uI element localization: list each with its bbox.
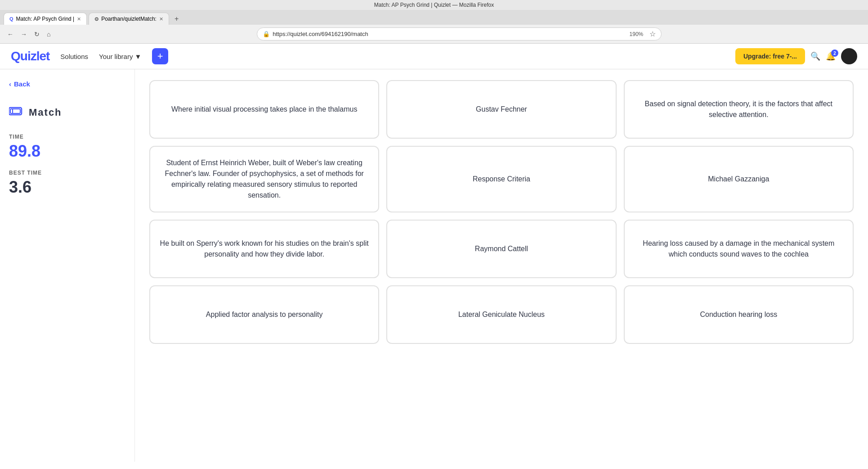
card-item[interactable]: Conduction hearing loss — [624, 285, 854, 344]
address-bar: ← → ↻ ⌂ 🔒 https://quizlet.com/694162190/… — [0, 25, 868, 43]
card-item[interactable]: Where initial visual processing takes pl… — [149, 80, 379, 139]
tab-favicon-github: ⊙ — [94, 16, 98, 22]
your-library-label: Your library — [99, 53, 133, 60]
back-label: Back — [14, 80, 30, 88]
tab-close-github[interactable]: ✕ — [159, 16, 163, 22]
notifications-button[interactable]: 🔔 2 — [826, 51, 836, 61]
upgrade-button[interactable]: Upgrade: free 7-... — [735, 48, 805, 64]
main-container: ‹ Back Match TIME 89.8 BEST TIME 3.6 Whe… — [0, 69, 868, 462]
match-title: Match — [29, 107, 62, 118]
card-item[interactable]: Hearing loss caused by a damage in the m… — [624, 220, 854, 278]
cards-area: Where initial visual processing takes pl… — [135, 69, 868, 462]
quizlet-logo[interactable]: Quizlet — [11, 49, 49, 63]
tab-bar: Q Match: AP Psych Grind | ✕ ⊙ Poarthan/q… — [0, 10, 868, 25]
tab-label-quizlet: Match: AP Psych Grind | — [16, 16, 75, 22]
app-header: Quizlet Solutions Your library ▼ + Upgra… — [0, 44, 868, 69]
header-right: Upgrade: free 7-... 🔍 🔔 2 — [735, 48, 857, 64]
nav-your-library[interactable]: Your library ▼ — [99, 53, 141, 60]
card-item[interactable]: Student of Ernst Heinrich Weber, built o… — [149, 146, 379, 212]
card-item[interactable]: Gustav Fechner — [386, 80, 616, 139]
tab-quizlet[interactable]: Q Match: AP Psych Grind | ✕ — [4, 13, 87, 25]
url-text: https://quizlet.com/694162190/match — [273, 31, 368, 37]
chevron-down-icon: ▼ — [134, 53, 141, 60]
time-value: 89.8 — [9, 142, 125, 161]
card-item[interactable]: He built on Sperry's work known for his … — [149, 220, 379, 278]
browser-chrome: Match: AP Psych Grind | Quizlet — Mozill… — [0, 0, 868, 44]
avatar[interactable] — [841, 48, 857, 64]
tab-close-quizlet[interactable]: ✕ — [77, 16, 81, 22]
best-time-value: 3.6 — [9, 178, 125, 197]
title-bar: Match: AP Psych Grind | Quizlet — Mozill… — [0, 0, 868, 10]
card-item[interactable]: Michael Gazzaniga — [624, 146, 854, 212]
window-title: Match: AP Psych Grind | Quizlet — Mozill… — [374, 2, 494, 8]
back-link[interactable]: ‹ Back — [9, 80, 125, 88]
back-button-browser[interactable]: ← — [5, 30, 15, 39]
bookmark-icon[interactable]: ☆ — [649, 30, 656, 38]
tab-github[interactable]: ⊙ Poarthan/quizletMatch: ✕ — [89, 13, 169, 25]
cards-grid: Where initial visual processing takes pl… — [149, 80, 854, 344]
nav-solutions[interactable]: Solutions — [60, 53, 88, 60]
card-item[interactable]: Response Criteria — [386, 146, 616, 212]
forward-button-browser[interactable]: → — [19, 30, 29, 39]
lock-icon: 🔒 — [263, 31, 270, 37]
new-tab-button[interactable]: + — [171, 13, 182, 25]
time-label: TIME — [9, 134, 125, 140]
home-button[interactable]: ⌂ — [45, 30, 52, 39]
url-box: 🔒 https://quizlet.com/694162190/match 19… — [257, 27, 662, 41]
search-button[interactable]: 🔍 — [810, 51, 820, 61]
search-icon: 🔍 — [810, 51, 820, 61]
chevron-left-icon: ‹ — [9, 80, 11, 88]
match-icon — [9, 106, 23, 119]
create-button[interactable]: + — [152, 48, 168, 64]
tab-favicon-quizlet: Q — [9, 16, 13, 22]
zoom-level: 190% — [630, 31, 644, 37]
card-item[interactable]: Applied factor analysis to personality — [149, 285, 379, 344]
card-item[interactable]: Raymond Cattell — [386, 220, 616, 278]
card-item[interactable]: Lateral Geniculate Nucleus — [386, 285, 616, 344]
sidebar: ‹ Back Match TIME 89.8 BEST TIME 3.6 — [0, 69, 135, 462]
notification-badge: 2 — [831, 50, 838, 57]
svg-rect-1 — [10, 109, 20, 113]
card-item[interactable]: Based on signal detection theory, it is … — [624, 80, 854, 139]
match-section: Match — [9, 106, 125, 119]
refresh-button[interactable]: ↻ — [32, 30, 41, 39]
tab-label-github: Poarthan/quizletMatch: — [101, 16, 157, 22]
best-time-label: BEST TIME — [9, 170, 125, 176]
